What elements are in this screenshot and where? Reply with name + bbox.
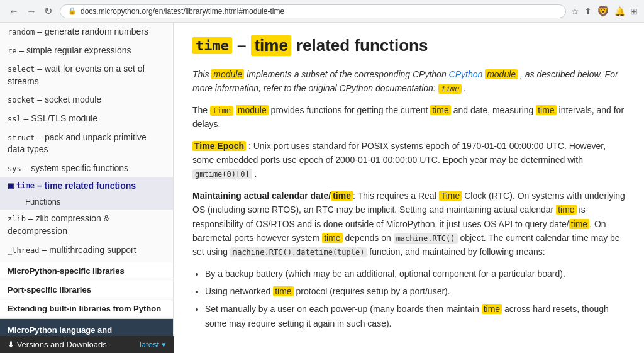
calendar-paragraph: Maintaining actual calendar date/time: T…: [192, 189, 625, 259]
brave-icon: 🦁: [597, 5, 609, 17]
bullet-3: Set manually by a user on each power-up …: [205, 302, 625, 330]
bullet-2: Using networked time protocol (requires …: [205, 284, 625, 298]
versions-label: ⬇ Versions and Downloads: [8, 340, 107, 349]
expand-icon: ▣: [8, 182, 14, 190]
para1-time2: time: [536, 105, 556, 115]
sidebar-key-select: select: [8, 65, 35, 74]
sidebar-sub-functions-label: Functions: [25, 197, 60, 206]
epoch-period: .: [255, 169, 257, 179]
intro-time-code: time: [438, 84, 462, 94]
calendar-code1: machine.RTC(): [394, 233, 458, 244]
epoch-paragraph: Time Epoch : Unix port uses standard for…: [192, 139, 625, 181]
title-highlight-time: time: [251, 35, 291, 56]
sidebar-key-re: re: [8, 47, 16, 55]
sidebar-section-extending[interactable]: Extending built-in libraries from Python: [0, 300, 173, 316]
calendar-bold: Maintaining actual calendar date/: [192, 191, 331, 201]
sidebar-desc-ssl: – SSL/TLS module: [24, 113, 98, 123]
sidebar-section-port[interactable]: Port-specific libraries: [0, 281, 173, 297]
bullet-2-time: time: [273, 286, 293, 296]
sidebar: random – generate random numbers re – si…: [0, 23, 174, 353]
sidebar-item-select[interactable]: select – wait for events on a set of str…: [0, 60, 173, 91]
para1: The time module provides functions for g…: [192, 103, 625, 132]
sidebar-item-struct[interactable]: struct – pack and unpack primitive data …: [0, 128, 173, 159]
sidebar-desc-socket: – socket module: [37, 94, 101, 104]
calendar-time3: time: [569, 219, 589, 229]
url-text: docs.micropython.org/en/latest/library/t…: [80, 7, 558, 16]
sidebar-section-extending-label: Extending built-in libraries from Python: [8, 304, 161, 313]
lock-icon: 🔒: [68, 7, 77, 15]
back-button[interactable]: ←: [6, 4, 21, 18]
download-icon: ⬇: [8, 340, 17, 349]
para1-time-code: time: [210, 106, 233, 116]
calendar-text7: function, and maintained by following me…: [367, 247, 545, 257]
sidebar-key-thread: _thread: [8, 246, 40, 255]
sidebar-section-port-label: Port-specific libraries: [8, 285, 91, 294]
bottom-bar[interactable]: ⬇ Versions and Downloads latest ▾: [0, 336, 174, 353]
sidebar-key-random: random: [8, 28, 35, 36]
calendar-code2: machine.RTC().datetime(tuple): [230, 247, 367, 257]
sidebar-desc-thread: – multithreading support: [42, 245, 136, 255]
intro-cpython-link[interactable]: CPython: [449, 69, 483, 79]
calendar-text5: depends on: [343, 233, 394, 243]
sidebar-key-ssl: ssl: [8, 115, 21, 123]
sidebar-desc-re: – simple regular expressions: [19, 45, 131, 55]
para1-time1: time: [430, 105, 450, 115]
bullet-3-time: time: [482, 304, 502, 314]
title-code-time: time: [192, 37, 232, 54]
bullet-list: By a backup battery (which may be an add…: [205, 267, 625, 331]
version-text: latest: [140, 340, 159, 349]
epoch-title: Time Epoch: [192, 141, 246, 151]
calendar-Time: Time: [439, 191, 462, 201]
sidebar-key-struct: struct: [8, 133, 35, 142]
para1-module: module provides functions for getting th…: [236, 105, 431, 115]
sidebar-item-random[interactable]: random – generate random numbers: [0, 23, 173, 42]
bullet-2-text: Using networked: [205, 286, 273, 296]
browser-actions: ☆ ⬆ 🦁 🔔 ⊞: [571, 5, 638, 17]
calendar-time4: time: [322, 233, 342, 243]
intro-paragraph: This module implements a subset of the c…: [192, 67, 625, 96]
title-dash: –: [237, 36, 246, 55]
sidebar-key-sys: sys: [8, 164, 21, 173]
sidebar-desc-time: – time related functions: [37, 181, 136, 191]
sidebar-item-ssl[interactable]: ssl – SSL/TLS module: [0, 109, 173, 128]
epoch-text: : Unix port uses standard for POSIX syst…: [192, 141, 606, 165]
window-icon[interactable]: ⊞: [630, 6, 638, 16]
bullet-1: By a backup battery (which may be an add…: [205, 267, 625, 281]
sidebar-section-micropython-label: MicroPython-specific libraries: [8, 266, 125, 276]
content-area: time – time related functions This modul…: [174, 23, 644, 353]
intro-module2: module: [485, 69, 518, 79]
sidebar-sub-functions[interactable]: Functions: [0, 194, 173, 210]
bullet-1-text: By a backup battery (which may be an add…: [205, 269, 565, 279]
reload-button[interactable]: ↻: [42, 4, 55, 18]
sidebar-wrapper: random – generate random numbers re – si…: [0, 23, 174, 353]
sidebar-key-zlib: zlib: [8, 215, 26, 223]
intro-module1: module: [211, 69, 244, 79]
intro-text1: implements a subset of the corresponding…: [247, 69, 448, 79]
epoch-code: gmtime(0)[0]: [192, 169, 252, 179]
sidebar-item-sys[interactable]: sys – system specific functions: [0, 159, 173, 178]
sidebar-item-zlib[interactable]: zlib – zlib compression & decompression: [0, 210, 173, 240]
calendar-time2: time: [556, 205, 576, 215]
sidebar-section-micropython[interactable]: MicroPython-specific libraries: [0, 262, 173, 278]
version-badge: latest ▾: [140, 340, 166, 349]
bullet-3-text: Set manually by a user on each power-up …: [205, 304, 482, 314]
sidebar-key-time: time: [16, 181, 35, 190]
intro-this: This: [192, 69, 211, 79]
nav-buttons: ← → ↻: [6, 4, 55, 18]
intro-period: .: [464, 83, 466, 93]
bookmark-icon[interactable]: ☆: [571, 6, 579, 16]
forward-button[interactable]: →: [24, 4, 39, 18]
main-layout: random – generate random numbers re – si…: [0, 23, 644, 353]
calendar-time: time: [331, 191, 353, 201]
calendar-colon: : This requires a Real: [353, 191, 439, 201]
para1-text3: and date, measuring: [453, 105, 536, 115]
share-icon[interactable]: ⬆: [584, 6, 592, 16]
sidebar-item-time[interactable]: ▣ time – time related functions: [0, 177, 173, 194]
sidebar-item-re[interactable]: re – simple regular expressions: [0, 42, 173, 60]
version-arrow: ▾: [162, 340, 166, 349]
notifications-icon[interactable]: 🔔: [614, 6, 625, 16]
address-bar[interactable]: 🔒 docs.micropython.org/en/latest/library…: [60, 4, 566, 18]
sidebar-item-thread[interactable]: _thread – multithreading support: [0, 241, 173, 260]
para1-the: The: [192, 105, 210, 115]
sidebar-item-socket[interactable]: socket – socket module: [0, 91, 173, 109]
